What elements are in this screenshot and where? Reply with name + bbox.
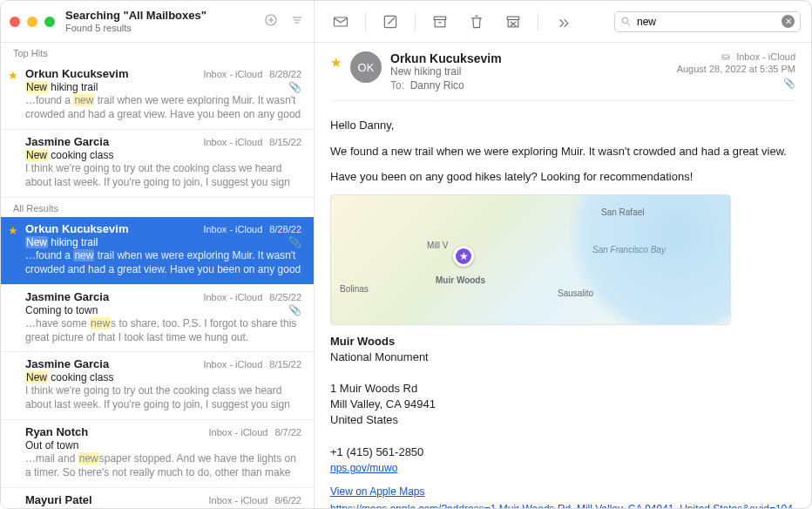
list-sender: Jasmine Garcia	[25, 357, 203, 370]
mail-icon[interactable]	[325, 10, 356, 34]
list-subject: New cooking class	[25, 149, 301, 161]
place-name: Muir Woods	[330, 334, 795, 350]
list-mailbox: Inbox - iCloud	[203, 137, 262, 147]
toolbar-divider	[415, 13, 416, 31]
svg-line-8	[389, 17, 396, 24]
list-item[interactable]: ★ Orkun Kucuksevim Inbox - iCloud 8/28/2…	[1, 62, 314, 130]
attachment-icon: 📎	[288, 304, 301, 316]
list-date: 8/28/22	[269, 69, 301, 79]
list-sender: Ryan Notch	[25, 425, 209, 438]
message-content: ★ OK Orkun Kucuksevim New hiking trail T…	[315, 43, 811, 508]
message-timestamp: August 28, 2022 at 5:35 PM	[677, 64, 795, 74]
mail-window: Searching "All Mailboxes" Found 5 result…	[0, 0, 812, 509]
window-controls	[10, 17, 55, 27]
maps-url-link[interactable]: https://maps.apple.com/?address=1 Muir W…	[330, 503, 795, 508]
list-item[interactable]: Jasmine Garcia Inbox - iCloud 8/15/22 Ne…	[1, 130, 314, 198]
list-mailbox: Inbox - iCloud	[209, 495, 268, 506]
list-item[interactable]: Jasmine Garcia Inbox - iCloud 8/25/22 📎 …	[1, 285, 314, 352]
list-preview: …mail and newspaper stopped. And we have…	[25, 452, 301, 480]
message-list[interactable]: Top Hits ★ Orkun Kucuksevim Inbox - iClo…	[1, 43, 314, 508]
window-title: Searching "All Mailboxes"	[65, 10, 263, 23]
list-mailbox: Inbox - iCloud	[203, 224, 262, 234]
message-pane: ✕ ★ OK Orkun Kucuksevim New hiking trail…	[315, 1, 811, 508]
list-subject: New cooking class	[25, 371, 301, 383]
list-sender: Jasmine Garcia	[25, 290, 203, 303]
search-field[interactable]: ✕	[614, 11, 801, 32]
toolbar-divider	[538, 13, 538, 31]
avatar: OK	[350, 51, 382, 83]
window-subtitle: Found 5 results	[65, 23, 263, 34]
attachment-icon: 📎	[677, 78, 795, 89]
more-icon[interactable]	[547, 10, 579, 34]
list-preview: I think we're going to try out the cooki…	[25, 162, 301, 190]
list-sender: Orkun Kucuksevim	[25, 67, 203, 80]
attachment-icon: 📎	[288, 236, 301, 248]
list-preview: …found a new trail when we were explorin…	[25, 94, 301, 122]
list-item[interactable]: ★ Orkun Kucuksevim Inbox - iCloud 8/28/2…	[1, 217, 314, 285]
place-kind: National Monument	[330, 350, 795, 365]
list-item[interactable]: Jasmine Garcia Inbox - iCloud 8/15/22 Ne…	[1, 352, 314, 420]
place-addr2: Mill Valley, CA 94941	[330, 397, 795, 412]
clear-search-icon[interactable]: ✕	[782, 15, 795, 28]
svg-rect-6	[335, 17, 348, 26]
svg-rect-10	[435, 19, 445, 26]
svg-rect-14	[508, 19, 518, 26]
trash-icon[interactable]	[461, 10, 492, 34]
place-addr1: 1 Muir Woods Rd	[330, 381, 795, 397]
list-item[interactable]: Ryan Notch Inbox - iCloud 8/7/22 Out of …	[1, 420, 314, 488]
search-input[interactable]	[632, 16, 782, 28]
list-date: 8/6/22	[274, 495, 301, 506]
message-meta-right: Inbox - iCloud August 28, 2022 at 5:35 P…	[677, 51, 795, 89]
message-to: To: Danny Rico	[390, 79, 668, 92]
attachment-icon: 📎	[288, 81, 301, 93]
list-subject: New hiking trail	[25, 81, 301, 93]
zoom-window-button[interactable]	[44, 17, 55, 27]
new-tag-icon[interactable]	[263, 12, 279, 31]
archive-icon[interactable]	[424, 10, 456, 34]
list-preview: I think we're going to try out the cooki…	[25, 384, 301, 412]
list-sender: Orkun Kucuksevim	[25, 222, 203, 235]
message-mailbox: Inbox - iCloud	[736, 51, 795, 62]
body-p2: Have you been on any good hikes lately? …	[330, 168, 795, 186]
place-card: Muir Woods National Monument 1 Muir Wood…	[330, 334, 795, 477]
list-date: 8/15/22	[269, 359, 301, 370]
list-subject: Out of town	[25, 439, 301, 451]
map-attachment[interactable]: ★ Mill V Muir Woods San Rafael Sausalito…	[330, 194, 731, 325]
place-website[interactable]: nps.gov/muwo	[330, 462, 397, 474]
list-item[interactable]: Mayuri Patel Inbox - iCloud 8/6/22	[1, 488, 314, 508]
map-pin-icon: ★	[453, 246, 474, 267]
svg-line-18	[627, 23, 630, 25]
svg-point-17	[622, 17, 628, 24]
list-mailbox: Inbox - iCloud	[203, 69, 262, 79]
compose-icon[interactable]	[375, 10, 406, 34]
minimize-window-button[interactable]	[27, 17, 37, 27]
list-sender: Jasmine Garcia	[25, 135, 203, 148]
header-divider	[330, 100, 795, 101]
list-mailbox: Inbox - iCloud	[209, 427, 268, 438]
list-subject: Coming to town	[25, 304, 301, 316]
section-all-results: All Results	[1, 198, 314, 217]
star-icon[interactable]: ★	[330, 55, 342, 71]
list-date: 8/15/22	[269, 137, 301, 147]
body-greeting: Hello Danny,	[330, 117, 795, 134]
list-sender: Mayuri Patel	[25, 493, 209, 506]
list-date: 8/25/22	[269, 292, 301, 302]
message-list-sidebar: Searching "All Mailboxes" Found 5 result…	[1, 1, 315, 508]
message-header: ★ OK Orkun Kucuksevim New hiking trail T…	[330, 51, 795, 92]
filter-icon[interactable]	[289, 12, 305, 31]
close-window-button[interactable]	[10, 17, 20, 27]
junk-icon[interactable]	[497, 10, 529, 34]
star-icon[interactable]: ★	[8, 69, 18, 82]
list-date: 8/7/22	[274, 427, 301, 438]
body-p1: We found a new trail when we were explor…	[330, 143, 795, 160]
star-icon[interactable]: ★	[8, 224, 18, 237]
section-top-hits: Top Hits	[1, 43, 314, 62]
search-icon	[620, 16, 632, 27]
toolbar: ✕	[315, 1, 811, 43]
message-body: Hello Danny, We found a new trail when w…	[330, 117, 795, 508]
list-mailbox: Inbox - iCloud	[203, 292, 262, 302]
search-title-block: Searching "All Mailboxes" Found 5 result…	[65, 10, 263, 34]
list-preview: …have some news to share, too. P.S. I fo…	[25, 317, 301, 344]
list-subject: New hiking trail	[25, 236, 301, 248]
maps-view-link[interactable]: View on Apple Maps	[330, 485, 425, 498]
